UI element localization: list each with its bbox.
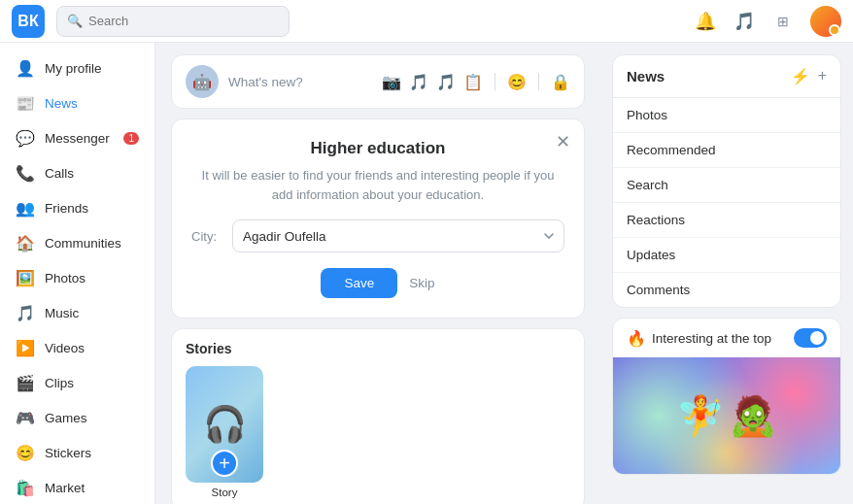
sidebar-label-my-profile: My profile: [45, 61, 102, 76]
sidebar-item-photos[interactable]: 🖼️ Photos: [0, 260, 154, 295]
search-box[interactable]: 🔍: [56, 6, 290, 37]
sidebar-item-calls[interactable]: 📞 Calls: [0, 155, 154, 190]
news-item-search[interactable]: Search: [613, 168, 840, 203]
sidebar-label-videos: Videos: [45, 341, 85, 355]
interesting-toggle[interactable]: [794, 328, 827, 348]
composer-avatar: 🤖: [186, 65, 219, 98]
add-story-wrapper: 🎧 + Story: [186, 366, 263, 498]
sidebar-item-market[interactable]: 🛍️ Market: [0, 470, 154, 504]
news-label-photos: Photos: [627, 108, 667, 122]
music-sidebar-icon: 🎵: [16, 303, 35, 322]
stories-title: Stories: [186, 341, 570, 356]
sidebar-item-clips[interactable]: 🎬 Clips: [0, 365, 154, 400]
city-select[interactable]: Agadir Oufella: [232, 219, 564, 252]
interesting-header: 🔥 Interesting at the top: [613, 319, 840, 357]
stories-list: 🎧 + Story: [186, 366, 570, 498]
news-item-reactions[interactable]: Reactions: [613, 203, 840, 238]
lock-icon[interactable]: 🔒: [551, 73, 570, 91]
sidebar-item-news[interactable]: 📰 News: [0, 85, 154, 120]
sidebar-item-games[interactable]: 🎮 Games: [0, 400, 154, 435]
composer-input[interactable]: What's new?: [228, 75, 372, 89]
main-content: 🤖 What's new? 📷 🎵 🎵 📋 😊 🔒 ✕ Higher educa…: [155, 43, 600, 504]
sidebar-label-news: News: [45, 96, 78, 111]
note-icon[interactable]: 🎵: [436, 73, 456, 91]
modal-city-field: City: Agadir Oufella: [191, 219, 564, 252]
add-story-item[interactable]: 🎧 +: [186, 366, 263, 483]
add-news-icon[interactable]: +: [818, 67, 827, 85]
city-label: City:: [191, 229, 221, 244]
camera-icon[interactable]: 📷: [382, 73, 401, 91]
sidebar-item-music[interactable]: 🎵 Music: [0, 295, 154, 330]
sidebar-label-messenger: Messenger: [45, 131, 110, 146]
sidebar-label-games: Games: [45, 411, 87, 425]
sidebar-item-messenger[interactable]: 💬 Messenger 1: [0, 120, 154, 155]
music-icon[interactable]: 🎵: [733, 10, 756, 33]
search-icon: 🔍: [67, 14, 83, 28]
news-label-comments: Comments: [627, 283, 690, 297]
news-label-updates: Updates: [627, 248, 675, 262]
profile-icon: 👤: [16, 58, 35, 78]
filter-icon[interactable]: ⚡: [791, 67, 810, 85]
grid-icon[interactable]: ⊞: [771, 10, 795, 33]
bell-icon[interactable]: 🔔: [694, 10, 717, 33]
game-char-left: 🧚: [676, 393, 725, 439]
interesting-title: Interesting at the top: [652, 331, 794, 346]
sidebar-label-music: Music: [45, 306, 79, 320]
sidebar-label-clips: Clips: [45, 376, 74, 390]
games-icon: 🎮: [16, 408, 35, 427]
news-widget: News ⚡ + Photos Recommended Search React…: [612, 54, 841, 308]
sidebar-label-photos: Photos: [45, 271, 85, 286]
news-icon: 📰: [16, 93, 35, 113]
sidebar-item-friends[interactable]: 👥 Friends: [0, 190, 154, 225]
modal-description: It will be easier to find your friends a…: [191, 166, 564, 204]
stories-section: Stories 🎧 + Story: [171, 328, 585, 504]
news-item-updates[interactable]: Updates: [613, 238, 840, 273]
add-story-label: Story: [212, 487, 238, 498]
sidebar-item-stickers[interactable]: 😊 Stickers: [0, 435, 154, 470]
topbar-icons: 🔔 🎵 ⊞: [694, 6, 841, 37]
sidebar-label-friends: Friends: [45, 201, 88, 216]
list-icon[interactable]: 📋: [463, 73, 483, 91]
composer-divider: [495, 73, 495, 90]
news-item-recommended[interactable]: Recommended: [613, 133, 840, 168]
sidebar-label-calls: Calls: [45, 166, 74, 181]
news-widget-title: News: [627, 68, 791, 84]
news-widget-header: News ⚡ +: [613, 55, 840, 98]
modal-close-button[interactable]: ✕: [556, 131, 570, 152]
clips-icon: 🎬: [16, 373, 35, 392]
interesting-widget: 🔥 Interesting at the top 🧚 🧟: [612, 318, 841, 475]
news-label-search: Search: [627, 178, 668, 192]
add-story-button[interactable]: +: [211, 450, 238, 477]
news-label-reactions: Reactions: [627, 213, 685, 227]
stickers-icon: 😊: [16, 443, 35, 462]
interesting-image-inner: 🧚 🧟: [613, 357, 840, 474]
composer-placeholder: What's new?: [228, 75, 303, 89]
search-input[interactable]: [88, 14, 279, 28]
emoji-icon[interactable]: 😊: [507, 73, 527, 91]
game-char-right: 🧟: [729, 393, 777, 439]
sidebar-item-communities[interactable]: 🏠 Communities: [0, 225, 154, 260]
vk-logo[interactable]: ВК: [12, 5, 45, 38]
post-composer: 🤖 What's new? 📷 🎵 🎵 📋 😊 🔒: [171, 54, 585, 109]
sidebar: 👤 My profile 📰 News 💬 Messenger 1 📞 Call…: [0, 43, 155, 504]
music-attach-icon[interactable]: 🎵: [409, 73, 428, 91]
friends-icon: 👥: [16, 198, 35, 218]
modal-buttons: Save Skip: [191, 268, 564, 298]
save-button[interactable]: Save: [321, 268, 397, 298]
topbar: ВК 🔍 🔔 🎵 ⊞: [0, 0, 853, 43]
sidebar-item-videos[interactable]: ▶️ Videos: [0, 330, 154, 365]
news-item-comments[interactable]: Comments: [613, 273, 840, 307]
news-header-icons: ⚡ +: [791, 67, 827, 85]
user-avatar[interactable]: [810, 6, 841, 37]
videos-icon: ▶️: [16, 338, 35, 357]
news-item-photos[interactable]: Photos: [613, 98, 840, 133]
messenger-badge: 1: [123, 132, 139, 145]
modal-title: Higher education: [191, 139, 564, 158]
market-icon: 🛍️: [16, 478, 35, 497]
sidebar-item-my-profile[interactable]: 👤 My profile: [0, 50, 154, 85]
communities-icon: 🏠: [16, 233, 35, 252]
right-panel: News ⚡ + Photos Recommended Search React…: [600, 43, 853, 504]
skip-button[interactable]: Skip: [409, 276, 434, 290]
photos-icon: 🖼️: [16, 268, 35, 287]
layout: 👤 My profile 📰 News 💬 Messenger 1 📞 Call…: [0, 43, 853, 504]
